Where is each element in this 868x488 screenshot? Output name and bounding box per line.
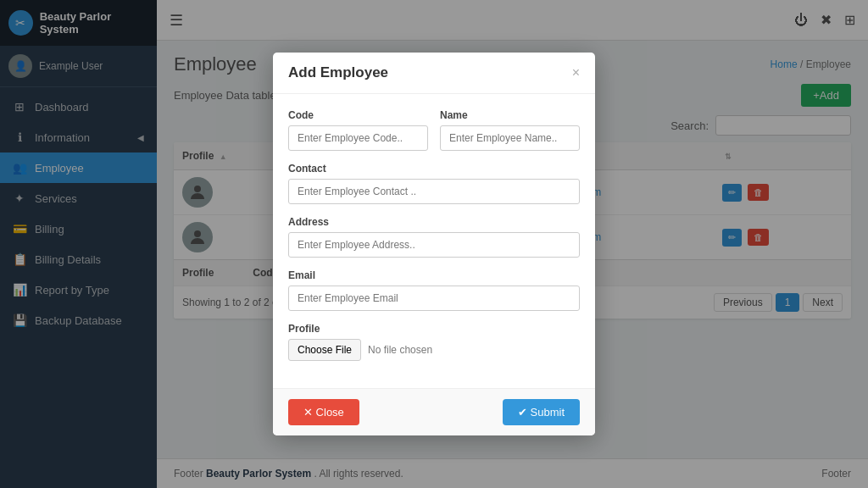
modal-overlay: Add Employee × Code Name Contact Address [0, 0, 868, 488]
email-field-group: Email [288, 269, 580, 311]
code-name-row: Code Name [288, 109, 580, 151]
modal-header: Add Employee × [273, 53, 595, 94]
add-employee-modal: Add Employee × Code Name Contact Address [273, 53, 595, 435]
employee-name-input[interactable] [440, 125, 580, 151]
address-field-group: Address [288, 216, 580, 258]
file-no-chosen-label: No file chosen [368, 344, 432, 356]
employee-address-input[interactable] [288, 232, 580, 258]
modal-close-x-button[interactable]: × [572, 65, 580, 80]
modal-title: Add Employee [288, 64, 388, 81]
modal-footer: ✕ Close ✔ Submit [273, 388, 595, 435]
profile-field-group: Profile Choose File No file chosen [288, 323, 580, 361]
email-label: Email [288, 269, 580, 281]
modal-body: Code Name Contact Address Email [273, 94, 595, 388]
submit-button[interactable]: ✔ Submit [503, 399, 580, 425]
code-field-group: Code [288, 109, 428, 151]
code-label: Code [288, 109, 428, 121]
employee-contact-input[interactable] [288, 179, 580, 204]
employee-email-input[interactable] [288, 286, 580, 311]
address-label: Address [288, 216, 580, 228]
file-input-row: Choose File No file chosen [288, 339, 580, 361]
choose-file-button[interactable]: Choose File [288, 339, 361, 361]
contact-label: Contact [288, 163, 580, 175]
name-label: Name [440, 109, 580, 121]
profile-label: Profile [288, 323, 580, 335]
contact-field-group: Contact [288, 163, 580, 204]
name-field-group: Name [440, 109, 580, 151]
close-button[interactable]: ✕ Close [288, 399, 359, 425]
employee-code-input[interactable] [288, 125, 428, 151]
